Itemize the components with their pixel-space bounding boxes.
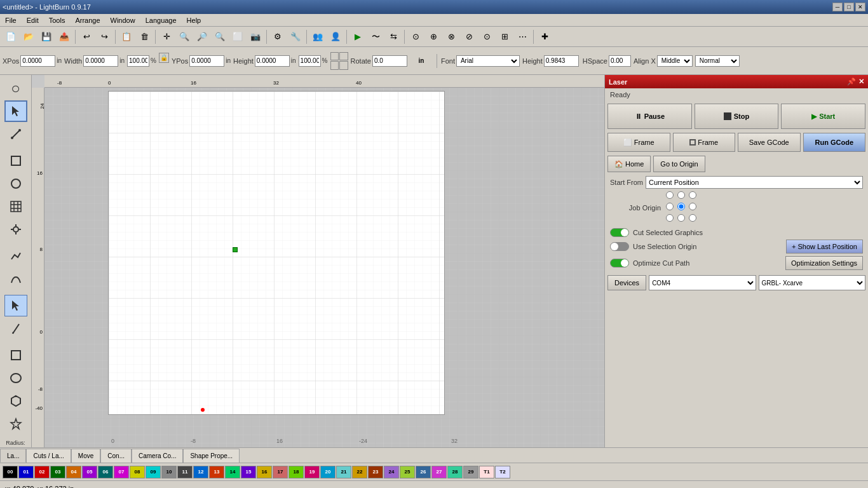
tab-camera[interactable]: Camera Co... (132, 449, 183, 463)
menu-edit[interactable]: Edit (22, 14, 44, 26)
palette-color-17[interactable]: 17 (273, 466, 288, 478)
palette-color-25[interactable]: 25 (400, 466, 415, 478)
menu-tools[interactable]: Tools (44, 14, 71, 26)
pen-tool[interactable] (4, 318, 27, 339)
laser-tools5[interactable]: ⊙ (478, 29, 495, 45)
job-origin-tl[interactable] (666, 191, 674, 199)
frame-btn-2[interactable]: Frame (673, 133, 736, 152)
rotate-input[interactable] (372, 55, 407, 67)
move-btn[interactable]: ✛ (158, 29, 175, 45)
tab-shape[interactable]: Shape Prope... (183, 449, 240, 463)
menu-help[interactable]: Help (182, 14, 207, 26)
palette-color-15[interactable]: 15 (241, 466, 256, 478)
xpos-input[interactable] (20, 55, 55, 67)
palette-color-21[interactable]: 21 (336, 466, 351, 478)
devices-button[interactable]: Devices (607, 275, 646, 290)
palette-color-27[interactable]: 27 (431, 466, 447, 478)
palette-color-T2[interactable]: T2 (495, 466, 510, 478)
align-x-select[interactable]: Middle (657, 55, 693, 67)
laser-close-btn[interactable]: ✕ (858, 78, 864, 86)
settings-btn[interactable]: ⚙ (269, 29, 286, 45)
palette-color-18[interactable]: 18 (288, 466, 304, 478)
palette-color-16[interactable]: 16 (257, 466, 272, 478)
circle-tool2[interactable] (4, 173, 27, 194)
maximize-btn[interactable]: □ (844, 3, 854, 11)
run-gcode-button[interactable]: Run GCode (803, 133, 866, 152)
start2-btn[interactable]: ▶ (349, 29, 366, 45)
job-origin-tc[interactable] (677, 191, 685, 199)
start-button[interactable]: ▶ Start (781, 104, 865, 129)
com-port-select[interactable]: COM4 (649, 275, 756, 290)
palette-color-07[interactable]: 07 (114, 466, 129, 478)
export-btn[interactable]: 📤 (56, 29, 72, 45)
tab-la[interactable]: La... (0, 449, 26, 463)
zoom-in-btn[interactable]: 🔎 (194, 29, 210, 45)
bezier-tool[interactable] (4, 268, 27, 290)
normal-select[interactable]: Normal (695, 55, 740, 67)
save-btn[interactable]: 💾 (38, 29, 55, 45)
palette-color-26[interactable]: 26 (416, 466, 431, 478)
users-btn[interactable]: 👥 (309, 29, 326, 45)
home-button[interactable]: 🏠 Home (607, 156, 651, 172)
laser-tools4[interactable]: ⊘ (461, 29, 477, 45)
palette-color-09[interactable]: 09 (146, 466, 161, 478)
prefs-btn[interactable]: 🔧 (287, 29, 304, 45)
delete-btn[interactable]: 🗑 (136, 29, 153, 45)
palette-color-28[interactable]: 28 (447, 466, 463, 478)
open-btn[interactable]: 📂 (20, 29, 37, 45)
ellipse-tool[interactable] (4, 367, 27, 389)
new-btn[interactable]: 📄 (3, 29, 19, 45)
menu-window[interactable]: Window (105, 14, 140, 26)
settings-tool[interactable] (4, 219, 27, 240)
laser-tools3[interactable]: ⊗ (443, 29, 459, 45)
palette-color-01[interactable]: 01 (18, 466, 34, 478)
width-input[interactable] (83, 55, 118, 67)
scale-h-input[interactable] (299, 55, 321, 67)
camera-btn[interactable]: 📷 (247, 29, 264, 45)
start-from-select[interactable]: Current Position (646, 176, 863, 189)
tab-con[interactable]: Con... (100, 449, 132, 463)
minimize-btn[interactable]: ─ (832, 3, 843, 11)
select-rect-btn[interactable]: ⬜ (229, 29, 246, 45)
user-btn[interactable]: 👤 (327, 29, 344, 45)
circle-tool[interactable]: ○ (4, 78, 27, 99)
laser-tools2[interactable]: ⊕ (425, 29, 442, 45)
tab-move[interactable]: Move (71, 449, 100, 463)
palette-color-20[interactable]: 20 (320, 466, 336, 478)
grid-tool[interactable] (4, 196, 27, 217)
select-arrow-tool[interactable] (4, 295, 27, 316)
laser-tools7[interactable]: ⋯ (514, 29, 531, 45)
unit-btn[interactable]: in (410, 53, 433, 69)
node-edit-tool[interactable] (4, 123, 27, 145)
rect-tool[interactable] (4, 150, 27, 172)
laser-tools6[interactable]: ⊞ (496, 29, 513, 45)
height-input[interactable] (255, 55, 290, 67)
job-origin-bc[interactable] (677, 214, 685, 222)
path-btn[interactable]: 〜 (367, 29, 384, 45)
stop-button[interactable]: Stop (695, 104, 779, 129)
close-btn[interactable]: ✕ (855, 3, 865, 11)
optimize-cut-toggle[interactable] (610, 259, 629, 268)
square-tool[interactable] (4, 344, 27, 366)
palette-color-02[interactable]: 02 (34, 466, 50, 478)
job-origin-bl[interactable] (666, 214, 674, 222)
palette-color-12[interactable]: 12 (193, 466, 208, 478)
job-origin-ml[interactable] (666, 203, 674, 210)
mirror-h-btn[interactable]: ⇆ (385, 29, 402, 45)
save-gcode-button[interactable]: Save GCode (738, 133, 801, 152)
path-tool[interactable] (4, 245, 27, 267)
copy-btn[interactable]: 📋 (118, 29, 135, 45)
frame-btn-1[interactable]: ⬜ Frame (607, 133, 670, 152)
job-origin-mr[interactable] (689, 203, 696, 210)
redo-btn[interactable]: ↪ (96, 29, 112, 45)
palette-color-03[interactable]: 03 (50, 466, 65, 478)
laser-pin-btn[interactable]: 📌 (847, 78, 856, 86)
palette-color-22[interactable]: 22 (352, 466, 367, 478)
tab-cuts[interactable]: Cuts / La... (26, 449, 71, 463)
menu-file[interactable]: File (0, 14, 22, 26)
palette-color-04[interactable]: 04 (66, 466, 81, 478)
menu-arrange[interactable]: Arrange (70, 14, 105, 26)
job-origin-br[interactable] (689, 214, 696, 222)
menu-language[interactable]: Language (140, 14, 182, 26)
show-last-position-button[interactable]: + Show Last Position (786, 240, 863, 254)
